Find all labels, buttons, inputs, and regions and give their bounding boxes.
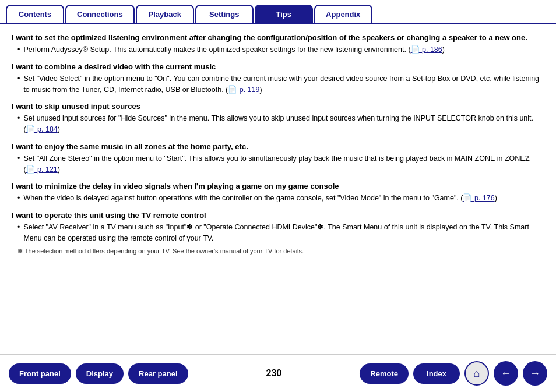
section-skip-inputs-text: Set unused input sources for "Hide Sourc… [23, 113, 544, 135]
section-speaker-setup-body: • Perform Audyssey® Setup. This automati… [12, 44, 544, 55]
prev-icon: ← [501, 368, 511, 380]
next-button[interactable]: → [523, 361, 547, 386]
section-tv-remote: I want to operate this unit using the TV… [12, 211, 544, 256]
bottom-navigation: Front panel Display Rear panel 230 Remot… [0, 354, 556, 392]
front-panel-button[interactable]: Front panel [9, 363, 71, 384]
bullet-dot: • [17, 222, 20, 233]
remote-button[interactable]: Remote [360, 363, 409, 384]
section-tv-remote-text: Select "AV Receiver" in a TV menu such a… [23, 222, 544, 244]
tab-contents[interactable]: Contents [6, 5, 64, 23]
section-all-zone-body: • Set "All Zone Stereo" in the option me… [12, 153, 544, 175]
bottom-left-buttons: Front panel Display Rear panel [9, 363, 188, 384]
section-tv-remote-body: • Select "AV Receiver" in a TV menu such… [12, 222, 544, 256]
section-video-delay: I want to minimize the delay in video si… [12, 182, 544, 204]
section-all-zone-title: I want to enjoy the same music in all zo… [12, 142, 544, 151]
ref-link-176[interactable]: 📄 p. 176 [463, 194, 494, 202]
section-video-select-body: • Set "Video Select" in the option menu … [12, 73, 544, 96]
section-skip-inputs: I want to skip unused input sources • Se… [12, 102, 544, 135]
section-tv-remote-footnote: ✽ The selection method differs depending… [17, 246, 544, 256]
ref-link-184[interactable]: 📄 p. 184 [26, 125, 58, 133]
section-skip-inputs-title: I want to skip unused input sources [12, 102, 544, 111]
section-speaker-setup-title: I want to set the optimized listening en… [12, 33, 544, 42]
tab-playback[interactable]: Playback [136, 5, 194, 23]
section-skip-inputs-body: • Set unused input sources for "Hide Sou… [12, 113, 544, 135]
ref-link-119[interactable]: 📄 p. 119 [228, 86, 259, 94]
bullet-dot: • [17, 153, 20, 164]
top-navigation: Contents Connections Playback Settings T… [0, 5, 556, 24]
section-video-select-text: Set "Video Select" in the option menu to… [23, 73, 544, 96]
next-icon: → [530, 368, 540, 380]
section-tv-remote-title: I want to operate this unit using the TV… [12, 211, 544, 220]
tab-appendix[interactable]: Appendix [314, 5, 372, 23]
index-button[interactable]: Index [413, 363, 460, 384]
home-button[interactable]: ⌂ [464, 361, 489, 386]
section-video-select-title: I want to combine a desired video with t… [12, 62, 544, 71]
ref-link-186[interactable]: 📄 p. 186 [411, 45, 442, 54]
tab-tips[interactable]: Tips [255, 5, 313, 23]
ref-link-121[interactable]: 📄 p. 121 [26, 165, 58, 174]
bullet-dot: • [17, 113, 20, 124]
section-all-zone-text: Set "All Zone Stereo" in the option menu… [23, 153, 544, 175]
tab-connections[interactable]: Connections [65, 5, 135, 23]
main-content: I want to set the optimized listening en… [0, 24, 556, 343]
bottom-center: 230 [266, 368, 282, 379]
section-speaker-setup: I want to set the optimized listening en… [12, 33, 544, 55]
section-video-delay-title: I want to minimize the delay in video si… [12, 182, 544, 190]
bullet-dot: • [17, 44, 20, 55]
section-video-delay-body: • When the video is delayed against butt… [12, 193, 544, 204]
tab-settings[interactable]: Settings [195, 5, 254, 23]
home-icon: ⌂ [474, 368, 480, 380]
section-video-select: I want to combine a desired video with t… [12, 62, 544, 96]
section-video-delay-text: When the video is delayed against button… [23, 193, 497, 204]
section-speaker-setup-text: Perform Audyssey® Setup. This automatica… [23, 44, 445, 55]
bullet-dot: • [17, 73, 20, 84]
display-button[interactable]: Display [76, 363, 124, 384]
bullet-dot: • [17, 193, 20, 204]
prev-button[interactable]: ← [494, 361, 518, 386]
section-all-zone: I want to enjoy the same music in all zo… [12, 142, 544, 175]
rear-panel-button[interactable]: Rear panel [128, 363, 188, 384]
page-number: 230 [266, 368, 282, 379]
